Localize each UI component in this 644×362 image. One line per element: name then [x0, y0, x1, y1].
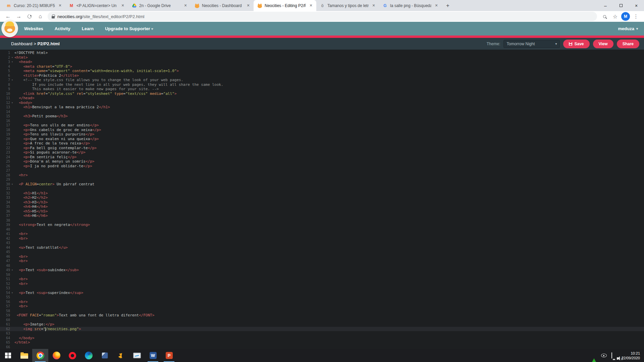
browser-tab[interactable]: Gla salle png - Búsqueda de Goog×: [379, 0, 442, 11]
code-line[interactable]: 50: [0, 273, 644, 277]
browser-tab[interactable]: öTamanos y tipos de letra×: [316, 0, 379, 11]
code-line[interactable]: 54▾ <p>Text <sup>superíndex</sup>: [0, 291, 644, 295]
code-line[interactable]: 37 <h6>H6</h6>: [0, 214, 644, 218]
code-line[interactable]: 31: [0, 186, 644, 191]
code-line[interactable]: 61 <p>Imatge:</p>: [0, 322, 644, 327]
code-line[interactable]: 26 <p>I ja no podré oblidar-te</p>: [0, 164, 644, 169]
code-line[interactable]: 8 If you include the next line in all yo…: [0, 82, 644, 87]
code-line[interactable]: 57 <br>: [0, 304, 644, 309]
code-line[interactable]: 11 </head>: [0, 96, 644, 101]
code-line[interactable]: 9 This makes it easier to make new pages…: [0, 87, 644, 92]
home-button[interactable]: ⌂: [36, 12, 45, 21]
tab-close-icon[interactable]: ×: [183, 3, 188, 8]
code-line[interactable]: 5 <meta name="viewport" content="width=d…: [0, 69, 644, 73]
browser-tab[interactable]: Neocities - Editing P2/P2.html×: [254, 0, 316, 11]
code-line[interactable]: 28 <hr>: [0, 173, 644, 178]
code-line[interactable]: 4 <meta charset="UTF-8">: [0, 64, 644, 69]
zoom-icon[interactable]: [600, 12, 609, 21]
bookmark-star-icon[interactable]: ☆: [610, 12, 620, 21]
code-line[interactable]: 62 <img src="/neocities.png">: [0, 327, 644, 331]
start-taskbar-button[interactable]: [0, 349, 16, 362]
code-line[interactable]: 1<!DOCTYPE html>: [0, 51, 644, 55]
code-line[interactable]: 23 <p>Si pogués acaronar-te</p>: [0, 150, 644, 155]
remote-arrows-taskbar-button[interactable]: [113, 349, 129, 362]
code-line[interactable]: 43: [0, 241, 644, 245]
browser-tab[interactable]: mCurso: 20-21) M08UF5. Fonament×: [3, 0, 65, 11]
fold-arrow-icon[interactable]: ▾: [10, 55, 14, 60]
minimize-button[interactable]: –: [598, 0, 613, 11]
fold-arrow-icon[interactable]: ▾: [10, 78, 14, 82]
tab-close-icon[interactable]: ×: [308, 3, 314, 8]
code-line[interactable]: 34 <h3>H3</h3>: [0, 200, 644, 205]
network-tray-icon[interactable]: [611, 353, 612, 359]
code-line[interactable]: 16: [0, 119, 644, 123]
code-line[interactable]: 25 <p>Dóna'm al menys un somrís</p>: [0, 159, 644, 164]
browser-tab[interactable]: Neocities - Dashboard×: [191, 0, 254, 11]
nav-link-websites[interactable]: Websites: [24, 26, 43, 31]
neocities-cat-logo[interactable]: [1, 20, 18, 37]
nav-link-activity[interactable]: Activity: [55, 26, 70, 31]
code-line[interactable]: 36 <h5>H5</h5>: [0, 209, 644, 214]
code-line[interactable]: 29: [0, 177, 644, 182]
code-line[interactable]: 47 <br>: [0, 259, 644, 263]
code-line[interactable]: 52 <br>: [0, 282, 644, 286]
code-editor[interactable]: 1<!DOCTYPE html>2▾<html>3▾ <head>4 <meta…: [0, 50, 644, 349]
nav-link-learn[interactable]: Learn: [82, 26, 94, 31]
code-line[interactable]: 3▾ <head>: [0, 60, 644, 64]
edge-taskbar-button[interactable]: [80, 349, 97, 362]
opera-taskbar-button[interactable]: [64, 349, 80, 362]
tab-close-icon[interactable]: ×: [120, 3, 125, 8]
code-line[interactable]: 32 <h1>H1</h1>: [0, 191, 644, 196]
url-field[interactable]: neocities.org/site_files/text_editor/P2/…: [48, 12, 597, 21]
close-window-button[interactable]: ×: [629, 0, 644, 11]
nav-link-upgrade[interactable]: Upgrade to Supporter♥: [105, 26, 153, 31]
code-line[interactable]: 66: [0, 345, 644, 349]
code-line[interactable]: 64 </body>: [0, 336, 644, 341]
code-line[interactable]: 2▾<html>: [0, 55, 644, 60]
code-line[interactable]: 39 <strong>Text en negreta</strong>: [0, 223, 644, 227]
code-line[interactable]: 10 <link href="/style.css" rel="styleshe…: [0, 92, 644, 96]
code-line[interactable]: 24 <p>Em sentiria feliç</p>: [0, 155, 644, 160]
code-line[interactable]: 35 <h4>H4</h4>: [0, 204, 644, 209]
taskbar-clock[interactable]: 10:21 22/09/2020: [622, 351, 640, 360]
code-line[interactable]: 33 <h2>H2</h2>: [0, 195, 644, 200]
green-triangle-tray-icon[interactable]: [592, 353, 596, 359]
code-line[interactable]: 6 <title>Pràctica 2</title>: [0, 73, 644, 78]
theme-select[interactable]: Tomorrow Night ▾: [503, 40, 560, 48]
code-line[interactable]: 22 <p>Fa bell goig contemplar-te</p>: [0, 146, 644, 150]
code-line[interactable]: 13 <h1>Benvingut a la meva pràctica 2</h…: [0, 105, 644, 110]
code-line[interactable]: 46 <br>: [0, 254, 644, 259]
tab-close-icon[interactable]: ×: [57, 3, 63, 8]
word-taskbar-button[interactable]: W: [145, 349, 161, 362]
fold-arrow-icon[interactable]: ▾: [10, 60, 14, 64]
code-line[interactable]: 55: [0, 295, 644, 300]
code-line[interactable]: 60: [0, 318, 644, 322]
tab-close-icon[interactable]: ×: [434, 3, 439, 8]
share-button[interactable]: Share: [617, 40, 639, 48]
code-line[interactable]: 44 <u>Text subratllat</u>: [0, 245, 644, 250]
code-line[interactable]: 20 <p>Que no exalen ni una queixa</p>: [0, 137, 644, 141]
tab-close-icon[interactable]: ×: [246, 3, 251, 8]
code-line[interactable]: 51 <br>: [0, 277, 644, 282]
new-tab-button[interactable]: +: [443, 1, 452, 10]
profile-avatar[interactable]: M: [621, 12, 630, 21]
code-line[interactable]: 40: [0, 227, 644, 232]
code-line[interactable]: 42 <br>: [0, 236, 644, 241]
code-line[interactable]: 58: [0, 309, 644, 313]
code-line[interactable]: 19 <p>Tens uns llavis purpurins</p>: [0, 132, 644, 137]
code-line[interactable]: 30▾ <P ALIGN=center> Un pàrraf centrat: [0, 182, 644, 187]
restore-button[interactable]: [613, 0, 629, 11]
browser-tab[interactable]: 2n - Google Drive×: [128, 0, 191, 11]
system-monitor-taskbar-button[interactable]: [129, 349, 145, 362]
eye-tray-icon[interactable]: [601, 354, 607, 357]
breadcrumb-dashboard-link[interactable]: Dashboard: [11, 41, 33, 46]
code-line[interactable]: 41 <br>: [0, 232, 644, 236]
code-line[interactable]: 56 <br>: [0, 300, 644, 304]
browser-tab[interactable]: M<P ALIGN=center> Un pàrraf cen×: [65, 0, 128, 11]
user-menu[interactable]: meduza▾: [618, 26, 638, 31]
reload-button[interactable]: [25, 12, 34, 21]
chrome-taskbar-button[interactable]: [32, 349, 48, 362]
firefox-taskbar-button[interactable]: [48, 349, 64, 362]
explorer-taskbar-button[interactable]: [16, 349, 32, 362]
code-line[interactable]: 12▾ <body>: [0, 101, 644, 105]
